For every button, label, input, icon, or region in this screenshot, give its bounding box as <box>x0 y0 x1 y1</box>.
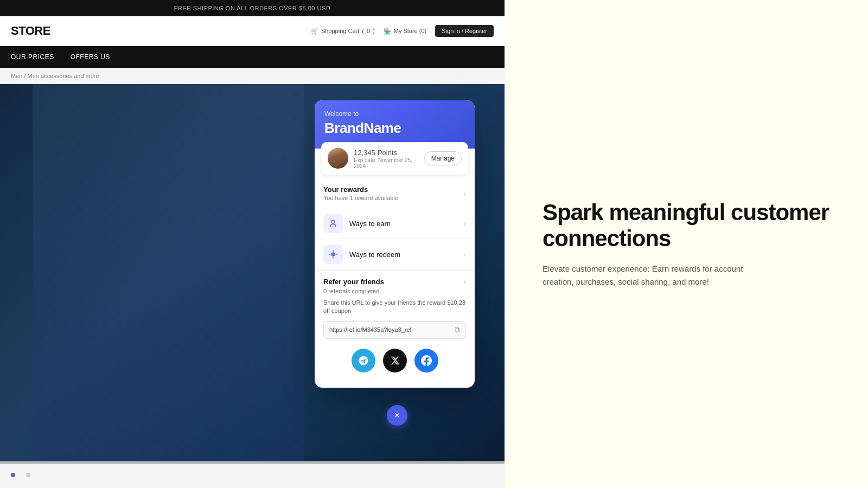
earn-icon-box <box>323 214 343 233</box>
telegram-icon <box>358 355 369 366</box>
your-rewards-row[interactable]: Your rewards You have 1 reward available… <box>315 179 475 208</box>
refer-subtitle: 0 referrals completed <box>323 288 466 294</box>
nav-item-prices[interactable]: OUR PRICES <box>11 53 54 61</box>
facebook-icon <box>421 355 432 366</box>
twitter-button[interactable] <box>383 349 407 373</box>
rewards-title: Your rewards <box>323 185 398 194</box>
marketing-subtext: Elevate customer experience: Earn reward… <box>542 262 770 288</box>
cart-count-close: ) <box>373 28 375 34</box>
points-label: Points <box>378 149 397 157</box>
ways-to-redeem-row[interactable]: Ways to redeem › <box>315 239 475 269</box>
twitter-x-icon <box>390 356 400 365</box>
rewards-subtitle: You have 1 reward available <box>323 195 398 201</box>
refer-header[interactable]: Refer your friends › <box>323 277 466 286</box>
points-info: 12,345 Points Exp date: November 25, 202… <box>354 147 419 169</box>
earn-icon <box>328 219 338 228</box>
ways-to-earn-row[interactable]: Ways to earn › <box>315 208 475 239</box>
shopping-cart-icon-item[interactable]: 🛒 Shopping Cart ( 0 ) <box>311 28 375 35</box>
ways-to-earn-label: Ways to earn <box>349 220 457 228</box>
telegram-button[interactable] <box>352 349 375 373</box>
scroll-hint <box>0 461 505 488</box>
nav-item-offers[interactable]: OFFERS US <box>71 53 110 61</box>
cart-icon: 🛒 <box>311 28 318 35</box>
rewards-chevron-icon: › <box>463 189 466 198</box>
svg-point-2 <box>333 254 334 255</box>
points-card: 12,345 Points Exp date: November 25, 202… <box>321 142 468 175</box>
redeem-icon <box>328 249 338 259</box>
popup-header: Welcome to BrandName <box>315 100 475 149</box>
refer-title: Refer your friends <box>323 278 384 286</box>
marketing-headline: Spark meaningful customer connections <box>542 200 830 252</box>
avatar-inner <box>328 148 348 169</box>
breadcrumb-text: Men / Men accessories and more <box>11 73 99 79</box>
cart-label: Shopping Cart <box>321 28 359 34</box>
welcome-text: Welcome to <box>324 110 465 118</box>
scroll-dot-2 <box>26 473 30 477</box>
sign-in-button[interactable]: Sign in / Register <box>435 25 494 37</box>
points-number: 12,345 Points <box>354 147 419 157</box>
store-logo: STORE <box>11 24 50 38</box>
ways-to-redeem-label: Ways to redeem <box>349 251 457 259</box>
cart-count: ( <box>362 28 364 34</box>
social-buttons <box>323 346 466 377</box>
svg-point-0 <box>331 220 335 223</box>
ways-earn-section: Ways to earn › <box>315 208 475 239</box>
rewards-section: Your rewards You have 1 reward available… <box>315 179 475 208</box>
brand-name: BrandName <box>324 120 465 137</box>
points-value: 12,345 <box>354 149 375 157</box>
earn-chevron-icon: › <box>463 219 466 228</box>
refer-description: Share this URL to give your friends the … <box>323 299 466 316</box>
ways-redeem-section: Ways to redeem › <box>315 239 475 270</box>
promo-text: FREE SHIPPING ON ALL ORDERS OVER $5.00 U… <box>174 5 330 11</box>
my-store-label: My Store (0) <box>394 28 427 34</box>
copy-icon[interactable]: ⧉ <box>455 325 460 335</box>
marketing-panel: Spark meaningful customer connections El… <box>505 0 868 488</box>
store-top-header: STORE 🛒 Shopping Cart ( 0 ) 🏪 My Store (… <box>0 16 505 46</box>
close-button[interactable]: × <box>387 405 407 426</box>
store-top-icons: 🛒 Shopping Cart ( 0 ) 🏪 My Store (0) Sig… <box>311 25 494 37</box>
store-nav: OUR PRICES OFFERS US <box>0 46 505 68</box>
points-expiry: Exp date: November 25, 2024 <box>354 157 419 169</box>
cart-count-value: 0 <box>367 28 370 34</box>
scroll-dot-1 <box>11 473 15 477</box>
refer-chevron-icon: › <box>463 277 466 286</box>
facebook-button[interactable] <box>414 349 438 373</box>
store-icon: 🏪 <box>384 28 391 35</box>
redeem-icon-box <box>323 245 343 264</box>
refer-section: Refer your friends › 0 referrals complet… <box>315 270 475 383</box>
refer-url-text: https://ref.io/M3435a?loya3_ref <box>329 326 455 333</box>
loyalty-popup: Welcome to BrandName 12,345 Points Exp d… <box>315 100 475 388</box>
breadcrumb: Men / Men accessories and more <box>0 68 505 84</box>
redeem-chevron-icon: › <box>463 250 466 259</box>
manage-button[interactable]: Manage <box>424 151 462 165</box>
refer-url-box: https://ref.io/M3435a?loya3_ref ⧉ <box>323 321 466 339</box>
store-background: FREE SHIPPING ON ALL ORDERS OVER $5.00 U… <box>0 0 505 488</box>
rewards-content: Your rewards You have 1 reward available <box>323 185 398 201</box>
avatar <box>328 148 348 169</box>
promo-bar: FREE SHIPPING ON ALL ORDERS OVER $5.00 U… <box>0 0 505 16</box>
my-store-item[interactable]: 🏪 My Store (0) <box>384 28 427 35</box>
popup-body: Your rewards You have 1 reward available… <box>315 175 475 388</box>
